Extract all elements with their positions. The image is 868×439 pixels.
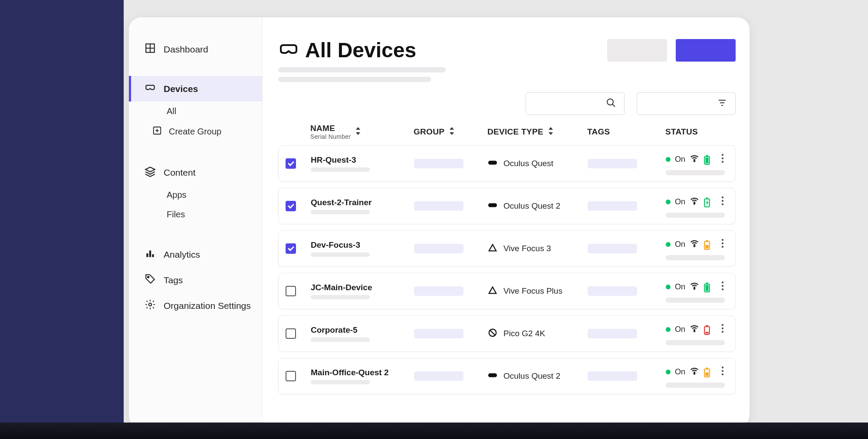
svg-rect-51 xyxy=(706,282,708,284)
nav-dashboard[interactable]: Dashboard xyxy=(129,36,262,62)
svg-point-10 xyxy=(148,276,149,278)
nav-devices[interactable]: Devices xyxy=(129,76,262,102)
primary-action-button[interactable] xyxy=(676,39,736,62)
device-name: Dev-Focus-3 xyxy=(311,240,414,250)
svg-point-48 xyxy=(694,288,695,289)
nav-org-settings[interactable]: Organization Settings xyxy=(129,293,262,318)
skeleton-line xyxy=(278,67,446,72)
nav-content[interactable]: Content xyxy=(129,160,262,185)
svg-point-46 xyxy=(722,246,723,248)
svg-point-62 xyxy=(722,328,723,329)
status-dot-icon xyxy=(666,370,671,374)
svg-line-56 xyxy=(490,330,496,335)
svg-marker-17 xyxy=(356,127,360,130)
nav-label: Devices xyxy=(164,84,198,94)
secondary-action-button[interactable] xyxy=(607,39,667,62)
backdrop-panel xyxy=(0,0,124,439)
column-group[interactable]: GROUP xyxy=(414,127,487,137)
sort-icon xyxy=(355,127,361,137)
device-type-label: Oculus Quest xyxy=(503,159,553,168)
table-row[interactable]: Dev-Focus-3 Vive Focus 3 On xyxy=(278,230,736,267)
row-checkbox[interactable] xyxy=(286,201,296,211)
table-header: NAME Serial Number GROUP DEVICE TYPE TAG… xyxy=(278,124,736,140)
column-device-type[interactable]: DEVICE TYPE xyxy=(487,127,587,137)
wifi-icon xyxy=(690,154,699,165)
serial-skeleton xyxy=(311,337,370,342)
row-menu-button[interactable] xyxy=(717,152,728,167)
status-text: On xyxy=(675,367,685,377)
status-dot-icon xyxy=(666,200,671,204)
nav-analytics[interactable]: Analytics xyxy=(129,242,262,267)
layers-icon xyxy=(145,166,156,179)
tag-badge xyxy=(588,244,637,253)
row-checkbox[interactable] xyxy=(286,328,296,339)
serial-skeleton xyxy=(311,380,370,384)
status-dot-icon xyxy=(666,242,671,247)
device-name: Corporate-5 xyxy=(311,325,414,335)
sidebar: Dashboard Devices All Create Group Conte… xyxy=(129,17,263,427)
svg-point-71 xyxy=(722,373,723,375)
tag-icon xyxy=(145,273,156,287)
svg-line-13 xyxy=(612,104,615,107)
status-text: On xyxy=(675,325,685,334)
grid-icon xyxy=(145,43,156,56)
device-type-icon xyxy=(488,370,497,382)
svg-point-37 xyxy=(722,200,723,202)
device-type-icon xyxy=(488,200,497,212)
search-icon xyxy=(606,98,616,110)
device-name: Main-Office-Quest 2 xyxy=(311,368,414,377)
battery-icon xyxy=(704,367,710,377)
column-tags[interactable]: TAGS xyxy=(587,127,665,137)
table-row[interactable]: Corporate-5 Pico G2 4K On xyxy=(278,315,736,352)
wifi-icon xyxy=(690,366,699,377)
search-input[interactable] xyxy=(526,92,625,115)
row-menu-button[interactable] xyxy=(717,279,728,294)
nav-label: Tags xyxy=(164,275,183,285)
main-content: All Devices xyxy=(263,17,750,427)
battery-icon xyxy=(704,282,710,292)
table-row[interactable]: HR-Quest-3 Oculus Quest On xyxy=(278,145,736,182)
row-checkbox[interactable] xyxy=(286,286,296,296)
device-type-label: Oculus Quest 2 xyxy=(503,201,560,211)
nav-devices-all[interactable]: All xyxy=(129,102,262,121)
sort-icon xyxy=(548,127,554,137)
group-badge xyxy=(414,244,464,253)
table-row[interactable]: Quest-2-Trainer Oculus Quest 2 On xyxy=(278,188,736,224)
filter-button[interactable] xyxy=(637,92,736,115)
battery-icon xyxy=(704,197,710,206)
nav-content-apps[interactable]: Apps xyxy=(129,185,262,205)
svg-point-29 xyxy=(722,157,723,159)
battery-icon xyxy=(704,239,710,249)
nav-tags[interactable]: Tags xyxy=(129,267,262,293)
row-menu-button[interactable] xyxy=(717,364,728,379)
svg-rect-23 xyxy=(488,161,497,164)
skeleton-line xyxy=(278,77,431,82)
table-row[interactable]: JC-Main-Device Vive Focus Plus On xyxy=(278,273,736,309)
battery-icon xyxy=(704,324,710,334)
row-menu-button[interactable] xyxy=(717,194,728,209)
svg-marker-47 xyxy=(489,287,496,293)
group-badge xyxy=(414,286,464,296)
svg-rect-43 xyxy=(706,240,708,241)
status-skeleton xyxy=(666,255,725,260)
status-dot-icon xyxy=(666,157,671,162)
svg-point-24 xyxy=(694,161,695,162)
row-menu-button[interactable] xyxy=(717,322,728,337)
status-skeleton xyxy=(666,383,725,388)
row-checkbox[interactable] xyxy=(286,158,296,169)
svg-point-65 xyxy=(694,373,695,374)
column-status[interactable]: STATUS xyxy=(665,127,729,137)
column-name[interactable]: NAME Serial Number xyxy=(310,124,414,140)
nav-devices-create-group[interactable]: Create Group xyxy=(129,121,262,142)
table-row[interactable]: Main-Office-Quest 2 Oculus Quest 2 On xyxy=(278,358,736,394)
nav-label: Dashboard xyxy=(164,44,208,55)
gear-icon xyxy=(145,299,156,312)
svg-point-63 xyxy=(722,331,723,333)
row-checkbox[interactable] xyxy=(286,243,296,254)
nav-content-files[interactable]: Files xyxy=(129,205,262,224)
battery-icon xyxy=(704,154,710,164)
row-menu-button[interactable] xyxy=(717,237,728,252)
svg-point-44 xyxy=(722,239,723,241)
wifi-icon xyxy=(690,196,699,207)
row-checkbox[interactable] xyxy=(286,371,296,381)
